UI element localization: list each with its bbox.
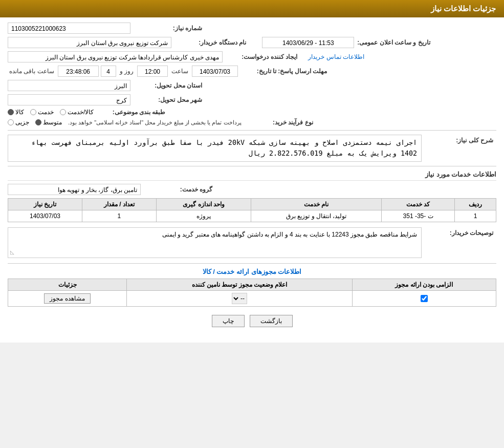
comments-section: توصیحات خریدار: شرایط مناقصه طبق مجوز 12… [8,227,496,258]
required-cell [352,290,496,306]
deadline-remaining-label: ساعت باقی مانده [9,68,54,75]
need-date: 1403/07/03 [8,210,82,222]
purchase-type-option-motavasset[interactable]: متوسط [35,119,62,126]
purchase-type-label: نوع فرآیند خرید: [242,119,313,126]
show-license-button[interactable]: مشاهده مجوز [44,293,90,304]
col-service-name: نام خدمت [251,198,382,210]
category-option-kala[interactable]: کالا [8,109,24,116]
table-row: 1 ت -35- 351 تولید، انتقال و توزیع برق پ… [8,210,496,222]
required-checkbox[interactable] [421,295,428,302]
col-need-date: تاریخ نیاز [8,198,82,210]
status-cell: -- [127,290,353,306]
service-group-label: گروه خدمت: [141,186,212,193]
announcement-date-label: تاریخ و ساعت اعلان عمومی: [357,39,430,46]
deadline-time-label: ساعت [171,68,188,75]
category-option-khadamat[interactable]: خدمت [30,109,54,116]
comments-text: شرایط مناقصه طبق مجوز 12243 با عنایت به … [162,231,417,238]
col-quantity: تعداد / مقدار [82,198,157,210]
details-cell: مشاهده مجوز [8,290,127,306]
request-number-value: 1103005221000623 [8,23,130,34]
request-number-row: شماره نیاز: 1103005221000623 [8,23,496,34]
services-table: ردیف کد خدمت نام خدمت واحد اندازه گیری ت… [8,198,496,222]
buyer-org-label: نام دستگاه خریدار: [174,39,246,46]
deadline-row: مهلت ارسال پاسخ: تا تاریخ: 1403/07/03 سا… [8,66,496,77]
col-required: الزامی بودن ارائه مجوز [352,279,496,290]
purchase-type-option-jozi[interactable]: جزیی [8,119,29,126]
col-status: اعلام وضعیت مجوز توسط نامین کننده [127,279,353,290]
deadline-date: 1403/07/03 [192,66,238,77]
category-kala-khadamat-label: کالا/خدمت [68,109,94,116]
deadline-time: 12:00 [137,66,168,77]
creator-value: مهدی خیری کارشناس قراردادها شرکت توزیع ن… [8,51,223,62]
purchase-type-radio-group: پرداخت تمام یا بخشی از مبلغ خریدار محل "… [8,119,242,126]
category-kala-radio[interactable] [8,109,14,115]
license-table: الزامی بودن ارائه مجوز اعلام وضعیت مجوز … [8,279,496,307]
category-label: طبقه بندی موضوعی: [94,109,165,116]
content-area: شماره نیاز: 1103005221000623 تاریخ و ساع… [0,17,504,332]
province-label: استان محل تحویل: [130,82,202,89]
separator-3 [8,263,496,264]
quantity: 1 [82,210,157,222]
buyer-org-row: تاریخ و ساعت اعلان عمومی: 1403/06/29 - 1… [8,37,496,48]
narration-label: شرح کلی نیاز: [422,135,493,144]
page-title: جزئیات اطلاعات نیاز [431,4,496,13]
category-kala-label: کالا [15,109,24,116]
back-button[interactable]: بازگشت [250,315,293,327]
comments-label: توصیحات خریدار: [422,227,493,237]
purchase-type-motavasset-label: متوسط [43,119,62,126]
purchase-type-row: نوع فرآیند خرید: پرداخت تمام یا بخشی از … [8,119,496,126]
request-number-label: شماره نیاز: [130,25,202,32]
page-wrapper: جزئیات اطلاعات نیاز شماره نیاز: 11030052… [0,0,504,343]
col-unit: واحد اندازه گیری [156,198,251,210]
separator-1 [8,130,496,131]
services-section-title: اطلاعات خدمات مورد نیاز [8,170,496,181]
contact-link[interactable]: اطلاعات تماس خریدار [308,53,364,60]
license-table-body: -- مشاهده مجوز [8,290,496,306]
deadline-label: مهلت ارسال پاسخ: تا تاریخ: [240,68,327,75]
status-select[interactable]: -- [232,293,247,304]
service-name: تولید، انتقال و توزیع برق [251,210,382,222]
category-khadamat-label: خدمت [38,109,54,116]
category-radio-group: کالا/خدمت خدمت کالا [8,109,94,116]
row-number: 1 [455,210,496,222]
header-bar: جزئیات اطلاعات نیاز [0,0,504,17]
city-value: کرج [8,94,130,105]
category-row: طبقه بندی موضوعی: کالا/خدمت خدمت کالا [8,109,496,116]
announcement-date-value: 1403/06/29 - 11:53 [262,37,354,48]
print-button[interactable]: چاپ [212,315,245,327]
buyer-org-value: شرکت توزیع نیروی برق استان البرز [8,37,171,48]
service-code: ت -35- 351 [382,210,455,222]
category-kala-khadamat-radio[interactable] [60,109,66,115]
purchase-type-jozi-label: جزیی [15,119,29,126]
narration-row: شرح کلی نیاز: اجرای نیمه دستمزدی اصلاح و… [8,135,496,162]
col-row: ردیف [455,198,496,210]
col-service-code: کد خدمت [382,198,455,210]
services-table-body: 1 ت -35- 351 تولید، انتقال و توزیع برق پ… [8,210,496,222]
buttons-row: بازگشت چاپ [8,315,496,327]
purchase-type-motavasset-radio[interactable] [35,119,41,125]
deadline-remaining: 23:48:06 [58,66,99,77]
purchase-type-note: پرداخت تمام یا بخشی از مبلغ خریدار محل "… [68,119,242,126]
service-group-row: گروه خدمت: تامین برق، گاز، بخار و تهویه … [8,184,496,195]
resize-handle: ◺ [10,248,14,257]
license-table-header: الزامی بودن ارائه مجوز اعلام وضعیت مجوز … [8,279,496,290]
narration-box[interactable]: اجرای نیمه دستمزدی اصلاح و بهینه سازی شب… [8,135,422,162]
required-checkbox-wrapper [357,295,492,302]
category-option-kala-khadamat[interactable]: کالا/خدمت [60,109,94,116]
creator-label: ایجاد کننده درخواست: [226,53,297,60]
services-table-header: ردیف کد خدمت نام خدمت واحد اندازه گیری ت… [8,198,496,210]
purchase-type-jozi-radio[interactable] [8,119,14,125]
province-value: البرز [8,80,130,91]
separator-2 [8,166,496,166]
col-details: جزئیات [8,279,127,290]
deadline-days-label: روز و [120,68,134,75]
city-label: شهر محل تحویل: [130,96,202,103]
license-row: -- مشاهده مجوز [8,290,496,306]
category-khadamat-radio[interactable] [30,109,36,115]
service-group-value: تامین برق، گاز، بخار و تهویه هوا [8,184,141,195]
unit: پروژه [156,210,251,222]
province-row: استان محل تحویل: البرز [8,80,496,91]
creator-row: اطلاعات تماس خریدار ایجاد کننده درخواست:… [8,51,496,62]
city-row: شهر محل تحویل: کرج [8,94,496,105]
comments-box: شرایط مناقصه طبق مجوز 12243 با عنایت به … [8,227,422,258]
